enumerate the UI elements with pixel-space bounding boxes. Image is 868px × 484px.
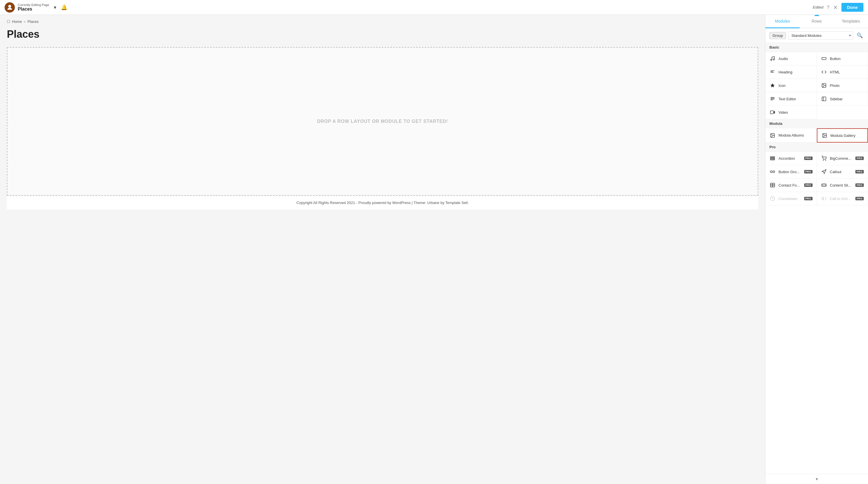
tab-modules[interactable]: Modules (765, 15, 800, 28)
chevron-down-button[interactable]: ▾ (53, 3, 58, 12)
search-button[interactable]: 🔍 (856, 31, 864, 40)
breadcrumb-home[interactable]: Home (12, 20, 22, 24)
table-form-icon (769, 182, 776, 188)
svg-rect-27 (771, 171, 772, 172)
section-header-modula: Modula (765, 119, 868, 128)
module-photo-label: Photo (830, 84, 840, 88)
module-contact-form[interactable]: Contact Fo... PRO (765, 179, 817, 192)
module-html-label: HTML (830, 70, 840, 74)
notifications-button[interactable]: 🔔 (60, 3, 68, 12)
module-modula-albums[interactable]: Modula Albums (765, 128, 817, 142)
module-heading[interactable]: Heading (765, 65, 817, 79)
sidebar-layout-icon (821, 96, 827, 102)
tab-rows[interactable]: Rows (800, 15, 834, 28)
module-text-editor[interactable]: Text Editor (765, 92, 817, 106)
scroll-down-button[interactable]: ▾ (765, 474, 868, 484)
module-text-editor-label: Text Editor (778, 97, 796, 101)
svg-rect-3 (822, 58, 826, 60)
heading-lines-icon (769, 69, 776, 75)
svg-point-9 (823, 84, 824, 85)
tab-nav: Modules Rows Templates (765, 15, 868, 28)
module-icon[interactable]: Icon (765, 79, 817, 92)
module-modula-gallery[interactable]: Modula Gallery (817, 128, 868, 142)
module-countdown[interactable]: Countdown PRO (765, 192, 817, 205)
page-title: Places (7, 28, 758, 40)
clock-circle-icon (769, 195, 776, 202)
breadcrumb: ☐ Home » Places (7, 20, 758, 24)
module-button-label: Button (830, 57, 841, 61)
svg-rect-14 (822, 97, 826, 101)
module-callout[interactable]: Callout PRO (817, 165, 868, 179)
button-group-icon (769, 168, 776, 175)
pro-badge-content-slider: PRO (856, 184, 864, 187)
module-content-slider[interactable]: Content Sli... PRO (817, 179, 868, 192)
editing-label: Currently Editing Page (18, 3, 49, 7)
module-sidebar-label: Sidebar (830, 97, 843, 101)
svg-rect-24 (771, 159, 775, 160)
sidebar-panel: Modules Rows Templates Group Standard Mo… (765, 15, 868, 484)
svg-rect-23 (771, 158, 775, 159)
svg-point-25 (823, 160, 824, 161)
section-header-basic: Basic (765, 43, 868, 52)
modules-list: Basic Audio Button (765, 43, 868, 474)
main-layout: ☐ Home » Places Places DROP A ROW LAYOUT… (0, 15, 868, 484)
drop-zone-text: DROP A ROW LAYOUT OR MODULE TO GET START… (317, 119, 448, 124)
pro-badge-countdown: PRO (804, 197, 812, 200)
content-area: ☐ Home » Places Places DROP A ROW LAYOUT… (0, 15, 765, 484)
music-note-icon (769, 56, 776, 62)
home-page-icon: ☐ (7, 20, 10, 24)
page-name: Places (18, 7, 49, 12)
modula-gallery-icon (822, 132, 828, 138)
topbar: Currently Editing Page Places ▾ 🔔 Edited… (0, 0, 868, 15)
pro-badge-accordion: PRO (804, 157, 812, 160)
basic-modules-grid: Audio Button Heading (765, 52, 868, 119)
module-audio-label: Audio (778, 57, 788, 61)
svg-marker-36 (822, 197, 824, 200)
pro-badge-call-to-action: PRO (856, 197, 864, 200)
footer-bar: Copyright All Rights Reserved 2021 - Pro… (7, 196, 758, 209)
breadcrumb-separator: » (24, 20, 26, 24)
module-callout-label: Callout (830, 170, 841, 174)
module-video[interactable]: Video (765, 106, 817, 119)
topbar-title: Currently Editing Page Places (18, 3, 49, 12)
module-button[interactable]: Button (817, 52, 868, 65)
tab-templates[interactable]: Templates (834, 15, 868, 28)
svg-rect-16 (771, 111, 774, 114)
accordion-list-icon (769, 155, 776, 161)
module-html[interactable]: HTML (817, 65, 868, 79)
done-button[interactable]: Done (841, 3, 864, 12)
svg-point-1 (771, 59, 772, 61)
topbar-controls: ▾ 🔔 (53, 3, 68, 12)
module-photo[interactable]: Photo (817, 79, 868, 92)
modula-modules-grid: Modula Albums Modula Gallery (765, 128, 868, 142)
module-contact-form-label: Contact Fo... (778, 183, 800, 187)
module-bigcommerce[interactable]: BigComme... PRO (817, 152, 868, 165)
svg-rect-22 (771, 157, 775, 157)
module-accordion[interactable]: Accordion PRO (765, 152, 817, 165)
photo-frame-icon (821, 82, 827, 89)
module-call-to-action[interactable]: Call to Acti... PRO (817, 192, 868, 205)
drop-zone[interactable]: DROP A ROW LAYOUT OR MODULE TO GET START… (7, 47, 758, 196)
modula-albums-icon (769, 132, 776, 138)
pro-modules-grid: Accordion PRO BigComme... PRO Button Gro… (765, 152, 868, 205)
module-modula-gallery-label: Modula Gallery (831, 133, 856, 138)
megaphone-outline-icon (821, 195, 827, 202)
module-video-label: Video (778, 110, 788, 115)
svg-point-19 (771, 134, 772, 135)
pro-badge-callout: PRO (856, 170, 864, 173)
module-audio[interactable]: Audio (765, 52, 817, 65)
close-button[interactable]: ✕ (833, 4, 838, 11)
group-select[interactable]: Standard Modules Pro Modules Custom Modu… (788, 31, 853, 40)
module-content-slider-label: Content Sli... (830, 183, 851, 187)
footer-text: Copyright All Rights Reserved 2021 - Pro… (297, 200, 469, 205)
site-logo (5, 2, 15, 12)
help-button[interactable]: ? (827, 5, 830, 10)
edited-status: Edited (813, 5, 824, 9)
module-button-group[interactable]: Button Gro... PRO (765, 165, 817, 179)
code-brackets-icon (821, 69, 827, 75)
slider-icon (821, 182, 827, 188)
module-sidebar[interactable]: Sidebar (817, 92, 868, 106)
pro-badge-contact-form: PRO (804, 184, 812, 187)
svg-point-2 (773, 59, 775, 60)
module-bigcommerce-label: BigComme... (830, 156, 851, 161)
